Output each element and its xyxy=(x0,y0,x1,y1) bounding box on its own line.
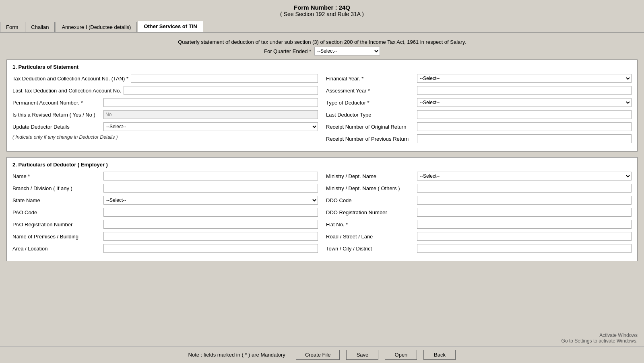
financial-year-label: Financial Year. * xyxy=(326,76,415,82)
section1-right: Financial Year. * --Select-- Assessment … xyxy=(326,74,632,146)
ministry-others-row: Ministry / Dept. Name ( Others ) xyxy=(326,184,632,193)
area-row: Area / Location xyxy=(12,244,318,253)
footer-bar: Note : fields marked in ( * ) are Mandat… xyxy=(0,346,644,363)
assessment-year-row: Assessment Year * xyxy=(326,86,632,95)
section2-grid: Name * Branch / Division ( If any ) Stat… xyxy=(12,172,632,256)
description-text: Quarterly statement of deduction of tax … xyxy=(6,39,638,45)
pan-input[interactable] xyxy=(103,98,318,107)
section1-title: 1. Particulars of Statement xyxy=(12,64,632,70)
tabs-bar: Form Challan Annexure I (Deductee detail… xyxy=(0,21,644,33)
tan-input[interactable] xyxy=(131,74,318,83)
name-input[interactable] xyxy=(103,172,318,180)
pao-reg-row: PAO Registration Number xyxy=(12,220,318,229)
road-row: Road / Street / Lane xyxy=(326,232,632,241)
section2-title: 2. Particulars of Deductor ( Employer ) xyxy=(12,162,632,168)
last-tan-input[interactable] xyxy=(124,86,318,95)
flat-no-input[interactable] xyxy=(417,220,632,229)
ministry-dept-row: Ministry / Dept. Name --Select-- xyxy=(326,172,632,180)
section2-right: Ministry / Dept. Name --Select-- Ministr… xyxy=(326,172,632,256)
premises-input[interactable] xyxy=(103,232,318,241)
financial-year-row: Financial Year. * --Select-- xyxy=(326,74,632,83)
town-label: Town / City / District xyxy=(326,246,415,252)
ministry-dept-label: Ministry / Dept. Name xyxy=(326,173,415,179)
state-label: State Name xyxy=(12,197,101,203)
receipt-original-input[interactable] xyxy=(417,122,632,131)
financial-year-select[interactable]: --Select-- xyxy=(417,74,632,83)
ddo-reg-row: DDO Registration Number xyxy=(326,208,632,217)
tab-form[interactable]: Form xyxy=(0,22,24,32)
type-deductor-row: Type of Deductor * --Select-- xyxy=(326,98,632,107)
branch-label: Branch / Division ( If any ) xyxy=(12,185,101,191)
create-file-button[interactable]: Create File xyxy=(296,350,340,360)
receipt-previous-input[interactable] xyxy=(417,134,632,143)
section1-grid: Tax Deduction and Collection Account No.… xyxy=(12,74,632,146)
pao-reg-label: PAO Registration Number xyxy=(12,221,101,228)
main-content: Quarterly statement of deduction of tax … xyxy=(0,33,644,346)
ministry-dept-select[interactable]: --Select-- xyxy=(417,172,632,180)
state-row: State Name --Select-- xyxy=(12,196,318,205)
section1-box: 1. Particulars of Statement Tax Deductio… xyxy=(6,59,638,152)
ddo-code-input[interactable] xyxy=(417,196,632,205)
town-row: Town / City / District xyxy=(326,244,632,253)
premises-row: Name of Premises / Building xyxy=(12,232,318,241)
area-input[interactable] xyxy=(103,244,318,253)
receipt-previous-label: Receipt Number of Previous Return xyxy=(326,136,415,142)
state-select[interactable]: --Select-- xyxy=(103,196,318,205)
pan-label: Permanent Account Number. * xyxy=(12,100,101,106)
road-input[interactable] xyxy=(417,232,632,241)
branch-row: Branch / Division ( If any ) xyxy=(12,184,318,193)
assessment-year-input[interactable] xyxy=(417,86,632,95)
footer-note: Note : fields marked in ( * ) are Mandat… xyxy=(188,352,285,358)
premises-label: Name of Premises / Building xyxy=(12,234,101,240)
form-title: Form Number : 24Q xyxy=(0,4,644,11)
revised-return-row: Is this a Revised Return ( Yes / No ) xyxy=(12,110,318,119)
town-input[interactable] xyxy=(417,244,632,253)
last-tan-label: Last Tax Deduction and Collection Accoun… xyxy=(12,88,121,94)
last-deductor-type-input[interactable] xyxy=(417,110,632,119)
pao-code-label: PAO Code xyxy=(12,209,101,215)
ministry-others-input[interactable] xyxy=(417,184,632,193)
section2-box: 2. Particulars of Deductor ( Employer ) … xyxy=(6,157,638,261)
ministry-others-label: Ministry / Dept. Name ( Others ) xyxy=(326,185,415,191)
back-button[interactable]: Back xyxy=(423,350,456,360)
pao-reg-input[interactable] xyxy=(103,220,318,229)
pao-code-row: PAO Code xyxy=(12,208,318,217)
ddo-reg-input[interactable] xyxy=(417,208,632,217)
quarter-label: For Quarter Ended * xyxy=(264,48,311,54)
tab-challan[interactable]: Challan xyxy=(25,22,55,32)
type-deductor-select[interactable]: --Select-- xyxy=(417,98,632,107)
road-label: Road / Street / Lane xyxy=(326,234,415,240)
receipt-original-label: Receipt Number of Original Return xyxy=(326,124,415,130)
save-button[interactable]: Save xyxy=(346,350,378,360)
section1-note: ( Indicate only if any change in Deducto… xyxy=(12,134,318,140)
form-subtitle: ( See Section 192 and Rule 31A ) xyxy=(0,11,644,17)
last-deductor-type-label: Last Deductor Type xyxy=(326,112,415,118)
revised-return-label: Is this a Revised Return ( Yes / No ) xyxy=(12,112,101,118)
assessment-year-label: Assessment Year * xyxy=(326,88,415,94)
section2-left: Name * Branch / Division ( If any ) Stat… xyxy=(12,172,318,256)
tan-row: Tax Deduction and Collection Account No.… xyxy=(12,74,318,83)
revised-return-input xyxy=(103,110,318,119)
receipt-original-row: Receipt Number of Original Return xyxy=(326,122,632,131)
last-deductor-type-row: Last Deductor Type xyxy=(326,110,632,119)
pan-row: Permanent Account Number. * xyxy=(12,98,318,107)
update-deductor-row: Update Deductor Details --Select-- xyxy=(12,122,318,131)
ddo-code-row: DDO Code xyxy=(326,196,632,205)
tab-other-services[interactable]: Other Services of TIN xyxy=(138,21,203,32)
ddo-code-label: DDO Code xyxy=(326,197,415,203)
flat-no-row: Flat No. * xyxy=(326,220,632,229)
name-row: Name * xyxy=(12,172,318,180)
last-tan-row: Last Tax Deduction and Collection Accoun… xyxy=(12,86,318,95)
quarter-select[interactable]: --Select-- Q1 (April - June) Q2 (July - … xyxy=(314,47,380,55)
open-button[interactable]: Open xyxy=(385,350,417,360)
update-deductor-select[interactable]: --Select-- xyxy=(103,122,318,131)
pao-code-input[interactable] xyxy=(103,208,318,217)
header: Form Number : 24Q ( See Section 192 and … xyxy=(0,0,644,19)
branch-input[interactable] xyxy=(103,184,318,193)
update-deductor-label: Update Deductor Details xyxy=(12,124,101,130)
receipt-previous-row: Receipt Number of Previous Return xyxy=(326,134,632,143)
type-deductor-label: Type of Deductor * xyxy=(326,100,415,106)
tab-annexure[interactable]: Annexure I (Deductee details) xyxy=(56,22,137,32)
flat-no-label: Flat No. * xyxy=(326,221,415,228)
quarter-row: For Quarter Ended * --Select-- Q1 (April… xyxy=(6,47,638,55)
